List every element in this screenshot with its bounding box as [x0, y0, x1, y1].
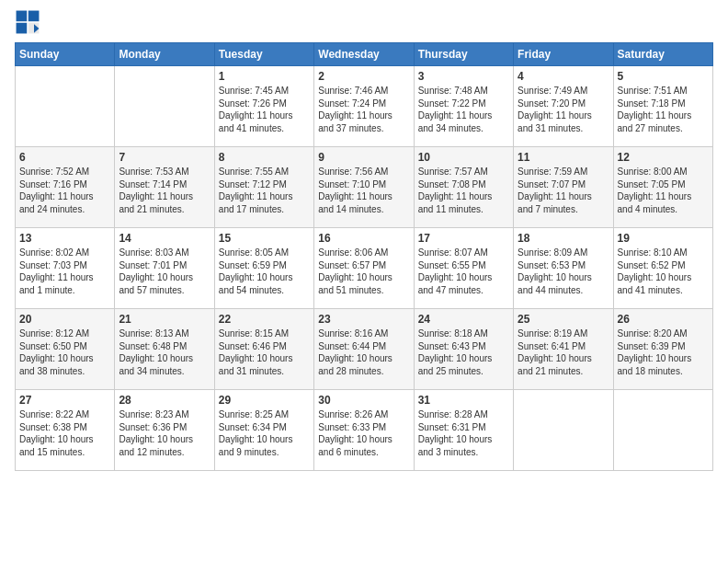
calendar-table: SundayMondayTuesdayWednesdayThursdayFrid… [15, 42, 713, 471]
header-cell-saturday: Saturday [613, 43, 712, 66]
day-info: Sunrise: 7:52 AM Sunset: 7:16 PM Dayligh… [19, 166, 110, 215]
day-cell: 25Sunrise: 8:19 AM Sunset: 6:41 PM Dayli… [514, 309, 613, 390]
day-number: 19 [618, 232, 709, 245]
day-number: 5 [618, 70, 709, 83]
day-cell: 16Sunrise: 8:06 AM Sunset: 6:57 PM Dayli… [314, 228, 414, 309]
day-cell: 28Sunrise: 8:23 AM Sunset: 6:36 PM Dayli… [115, 390, 214, 471]
page: SundayMondayTuesdayWednesdayThursdayFrid… [0, 0, 728, 563]
day-cell [613, 390, 712, 471]
day-info: Sunrise: 7:57 AM Sunset: 7:08 PM Dayligh… [418, 166, 509, 215]
day-cell: 20Sunrise: 8:12 AM Sunset: 6:50 PM Dayli… [16, 309, 115, 390]
logo-icon [15, 9, 40, 35]
day-info: Sunrise: 8:02 AM Sunset: 7:03 PM Dayligh… [19, 247, 110, 296]
day-number: 4 [518, 70, 609, 83]
day-number: 21 [119, 313, 210, 326]
svg-rect-0 [17, 11, 28, 22]
day-info: Sunrise: 8:19 AM Sunset: 6:41 PM Dayligh… [518, 327, 609, 377]
day-info: Sunrise: 8:22 AM Sunset: 6:38 PM Dayligh… [19, 408, 110, 458]
day-number: 22 [219, 313, 310, 326]
day-number: 27 [19, 394, 110, 407]
day-number: 18 [518, 232, 609, 245]
header-cell-sunday: Sunday [16, 43, 115, 66]
day-number: 12 [618, 151, 709, 164]
day-number: 7 [119, 151, 210, 164]
day-number: 29 [219, 394, 310, 407]
day-cell: 2Sunrise: 7:46 AM Sunset: 7:24 PM Daylig… [314, 66, 414, 147]
day-cell: 27Sunrise: 8:22 AM Sunset: 6:38 PM Dayli… [16, 390, 115, 471]
day-info: Sunrise: 8:00 AM Sunset: 7:05 PM Dayligh… [618, 166, 709, 215]
day-info: Sunrise: 8:03 AM Sunset: 7:01 PM Dayligh… [119, 247, 210, 296]
header-cell-friday: Friday [514, 43, 613, 66]
day-cell: 3Sunrise: 7:48 AM Sunset: 7:22 PM Daylig… [414, 66, 513, 147]
day-cell: 31Sunrise: 8:28 AM Sunset: 6:31 PM Dayli… [414, 390, 513, 471]
day-number: 16 [318, 232, 409, 245]
day-info: Sunrise: 7:55 AM Sunset: 7:12 PM Dayligh… [219, 166, 310, 215]
day-number: 23 [318, 313, 409, 326]
day-info: Sunrise: 8:15 AM Sunset: 6:46 PM Dayligh… [219, 327, 310, 377]
day-number: 31 [418, 394, 509, 407]
day-cell: 23Sunrise: 8:16 AM Sunset: 6:44 PM Dayli… [314, 309, 414, 390]
day-info: Sunrise: 7:59 AM Sunset: 7:07 PM Dayligh… [518, 166, 609, 215]
day-info: Sunrise: 7:48 AM Sunset: 7:22 PM Dayligh… [418, 85, 509, 134]
day-cell: 12Sunrise: 8:00 AM Sunset: 7:05 PM Dayli… [613, 147, 712, 228]
day-number: 11 [518, 151, 609, 164]
day-info: Sunrise: 8:05 AM Sunset: 6:59 PM Dayligh… [219, 247, 310, 296]
day-cell: 17Sunrise: 8:07 AM Sunset: 6:55 PM Dayli… [414, 228, 513, 309]
day-number: 24 [418, 313, 509, 326]
day-cell: 8Sunrise: 7:55 AM Sunset: 7:12 PM Daylig… [214, 147, 313, 228]
day-info: Sunrise: 8:20 AM Sunset: 6:39 PM Dayligh… [618, 327, 709, 377]
day-info: Sunrise: 8:10 AM Sunset: 6:52 PM Dayligh… [618, 247, 709, 296]
header-cell-tuesday: Tuesday [214, 43, 313, 66]
day-cell: 22Sunrise: 8:15 AM Sunset: 6:46 PM Dayli… [214, 309, 313, 390]
day-number: 20 [19, 313, 110, 326]
day-info: Sunrise: 7:49 AM Sunset: 7:20 PM Dayligh… [518, 85, 609, 134]
day-info: Sunrise: 8:25 AM Sunset: 6:34 PM Dayligh… [219, 408, 310, 458]
header [15, 9, 713, 35]
day-cell: 11Sunrise: 7:59 AM Sunset: 7:07 PM Dayli… [514, 147, 613, 228]
header-cell-wednesday: Wednesday [314, 43, 414, 66]
day-number: 2 [318, 70, 409, 83]
day-number: 6 [19, 151, 110, 164]
day-info: Sunrise: 7:51 AM Sunset: 7:18 PM Dayligh… [618, 85, 709, 134]
day-number: 3 [418, 70, 509, 83]
day-info: Sunrise: 8:16 AM Sunset: 6:44 PM Dayligh… [318, 327, 409, 377]
day-cell: 6Sunrise: 7:52 AM Sunset: 7:16 PM Daylig… [16, 147, 115, 228]
day-number: 13 [19, 232, 110, 245]
day-info: Sunrise: 8:28 AM Sunset: 6:31 PM Dayligh… [418, 408, 509, 458]
day-info: Sunrise: 8:09 AM Sunset: 6:53 PM Dayligh… [518, 247, 609, 296]
day-info: Sunrise: 8:06 AM Sunset: 6:57 PM Dayligh… [318, 247, 409, 296]
day-cell: 10Sunrise: 7:57 AM Sunset: 7:08 PM Dayli… [414, 147, 513, 228]
day-info: Sunrise: 8:26 AM Sunset: 6:33 PM Dayligh… [318, 408, 409, 458]
day-info: Sunrise: 7:46 AM Sunset: 7:24 PM Dayligh… [318, 85, 409, 134]
day-cell: 15Sunrise: 8:05 AM Sunset: 6:59 PM Dayli… [214, 228, 313, 309]
day-cell: 1Sunrise: 7:45 AM Sunset: 7:26 PM Daylig… [214, 66, 313, 147]
day-number: 28 [119, 394, 210, 407]
day-cell: 29Sunrise: 8:25 AM Sunset: 6:34 PM Dayli… [214, 390, 313, 471]
day-info: Sunrise: 8:23 AM Sunset: 6:36 PM Dayligh… [119, 408, 210, 458]
day-number: 30 [318, 394, 409, 407]
day-number: 26 [618, 313, 709, 326]
svg-rect-1 [28, 11, 40, 22]
day-cell [16, 66, 115, 147]
day-cell [115, 66, 214, 147]
logo [15, 9, 42, 35]
day-number: 10 [418, 151, 509, 164]
day-number: 1 [219, 70, 310, 83]
week-row-1: 1Sunrise: 7:45 AM Sunset: 7:26 PM Daylig… [16, 66, 713, 147]
day-number: 14 [119, 232, 210, 245]
day-cell: 19Sunrise: 8:10 AM Sunset: 6:52 PM Dayli… [613, 228, 712, 309]
day-number: 17 [418, 232, 509, 245]
header-cell-monday: Monday [115, 43, 214, 66]
day-cell: 30Sunrise: 8:26 AM Sunset: 6:33 PM Dayli… [314, 390, 414, 471]
day-info: Sunrise: 7:53 AM Sunset: 7:14 PM Dayligh… [119, 166, 210, 215]
day-cell: 7Sunrise: 7:53 AM Sunset: 7:14 PM Daylig… [115, 147, 214, 228]
day-info: Sunrise: 7:45 AM Sunset: 7:26 PM Dayligh… [219, 85, 310, 134]
day-cell [514, 390, 613, 471]
day-cell: 18Sunrise: 8:09 AM Sunset: 6:53 PM Dayli… [514, 228, 613, 309]
day-number: 15 [219, 232, 310, 245]
day-info: Sunrise: 8:13 AM Sunset: 6:48 PM Dayligh… [119, 327, 210, 377]
day-info: Sunrise: 8:07 AM Sunset: 6:55 PM Dayligh… [418, 247, 509, 296]
day-number: 9 [318, 151, 409, 164]
day-info: Sunrise: 8:12 AM Sunset: 6:50 PM Dayligh… [19, 327, 110, 377]
week-row-2: 6Sunrise: 7:52 AM Sunset: 7:16 PM Daylig… [16, 147, 713, 228]
